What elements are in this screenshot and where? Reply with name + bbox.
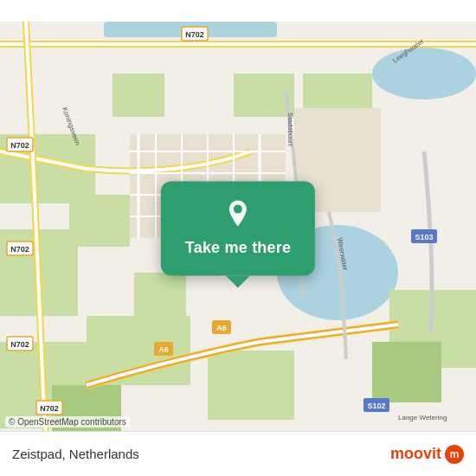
take-me-there-button[interactable]: Take me there: [185, 239, 291, 257]
bottom-bar: Zeistpad, Netherlands moovit: [0, 431, 476, 476]
svg-text:N702: N702: [10, 245, 29, 254]
svg-rect-20: [0, 42, 476, 46]
location-popup[interactable]: Take me there: [161, 182, 315, 276]
svg-text:A6: A6: [216, 324, 227, 332]
svg-text:N702: N702: [185, 30, 204, 39]
svg-rect-13: [303, 74, 372, 108]
svg-rect-10: [69, 195, 130, 247]
svg-text:N702: N702: [10, 141, 29, 150]
svg-rect-8: [208, 351, 294, 420]
moovit-dot-icon: [445, 445, 464, 464]
svg-point-54: [234, 205, 242, 214]
map-container: A6 A6 S103 S102 N702 N702 N702 N7: [0, 0, 476, 476]
svg-text:A6: A6: [158, 345, 169, 354]
location-name: Zeistpad, Netherlands: [12, 447, 139, 461]
svg-rect-9: [113, 74, 164, 117]
moovit-brand-text: moovit: [390, 445, 441, 463]
svg-text:S103: S103: [415, 233, 433, 241]
svg-text:S102: S102: [367, 402, 385, 410]
svg-point-3: [372, 48, 476, 100]
svg-text:Stadsbuurt: Stadsbuurt: [286, 113, 294, 146]
svg-rect-16: [372, 342, 441, 402]
svg-text:N702: N702: [10, 340, 29, 349]
moovit-logo: moovit: [390, 445, 464, 464]
svg-rect-11: [134, 273, 186, 333]
svg-text:N702: N702: [40, 404, 59, 413]
svg-text:Lange Wetering: Lange Wetering: [398, 414, 447, 421]
location-pin-icon: [222, 197, 254, 230]
osm-attribution: © OpenStreetMap contributors: [5, 416, 130, 428]
